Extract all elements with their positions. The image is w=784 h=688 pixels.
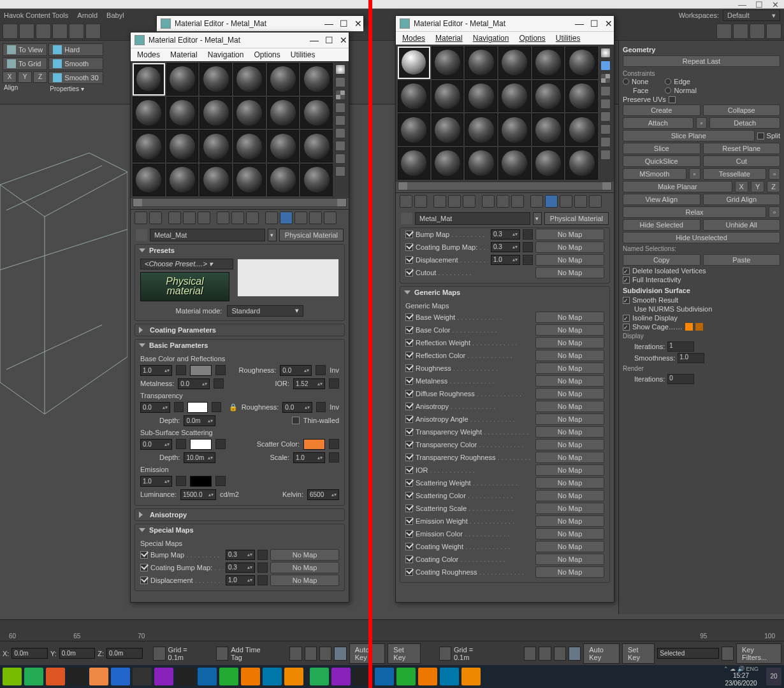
sample-slot[interactable]	[432, 147, 464, 180]
transport-prev-icon[interactable]	[524, 647, 536, 661]
sample-video-icon[interactable]	[335, 115, 345, 125]
sample-options-icon[interactable]	[600, 111, 611, 122]
preset-dropdown[interactable]: <Choose Preset....> ▾	[140, 259, 233, 269]
menu-babyl[interactable]: Babyl	[106, 11, 124, 19]
trans-rough-map[interactable]	[316, 402, 326, 412]
iterations-spinner[interactable]: 1	[667, 341, 694, 352]
scatter-color-map[interactable]	[329, 439, 339, 449]
trans-color-swatch[interactable]	[187, 402, 208, 413]
map-enable-check[interactable]	[140, 551, 148, 559]
make-unique-icon[interactable]	[482, 195, 495, 208]
split-check[interactable]	[757, 133, 764, 140]
map-enable-check[interactable]	[405, 403, 413, 410]
planar-y[interactable]: Y	[751, 181, 764, 192]
auto-key-button[interactable]: Auto Key	[349, 643, 386, 664]
sample-options-icon[interactable]	[335, 128, 345, 138]
map-amount-spinner[interactable]: 0.3▴▾	[226, 550, 255, 560]
transport-prev-icon[interactable]	[289, 647, 301, 661]
map-slot[interactable]	[258, 550, 268, 560]
put-material-icon[interactable]	[149, 211, 162, 224]
attach-button[interactable]: Attach	[623, 117, 693, 129]
maximize-icon[interactable]: ☐	[325, 35, 333, 45]
taskbar-app-icon[interactable]	[284, 668, 303, 685]
close-icon[interactable]: ✕	[340, 35, 347, 45]
constraint-none-radio[interactable]	[623, 78, 629, 85]
msmooth-button[interactable]: MSmooth	[623, 168, 686, 180]
generic-rollout-header[interactable]: Generic Maps	[400, 287, 609, 298]
sample-pick-icon[interactable]	[600, 61, 611, 71]
set-key-button[interactable]: Set Key	[388, 643, 420, 664]
timeline[interactable]: 606570 95100	[0, 619, 784, 641]
sample-slot[interactable]	[267, 63, 300, 96]
sample-settings-icon[interactable]	[600, 150, 611, 160]
material-name-dropdown[interactable]: ▾	[268, 229, 277, 241]
sample-slot[interactable]	[133, 97, 165, 129]
menu-modes[interactable]: Modes	[137, 50, 160, 59]
map-slot[interactable]	[523, 229, 533, 240]
paste-button[interactable]: Paste	[703, 254, 781, 266]
map-button[interactable]: No Map	[535, 503, 604, 514]
dialog-titlebar[interactable]: Material Editor - Metal_Mat — ☐ ✕	[396, 16, 614, 31]
map-enable-check[interactable]	[405, 530, 413, 538]
menu-utilities[interactable]: Utilities	[291, 50, 316, 59]
z-field[interactable]: 0.0m	[106, 648, 143, 659]
map-button[interactable]: No Map	[535, 254, 604, 266]
map-button[interactable]: No Map	[535, 350, 604, 361]
sample-checker-icon[interactable]	[600, 73, 611, 83]
map-button[interactable]: No Map	[535, 267, 604, 278]
minimize-icon[interactable]: —	[310, 35, 319, 45]
emit-color-map[interactable]	[215, 476, 226, 486]
toolbar-icon[interactable]	[3, 24, 18, 39]
map-button[interactable]: No Map	[535, 388, 604, 399]
taskbar-app-icon[interactable]	[310, 668, 329, 685]
toolbar-icon[interactable]	[69, 24, 84, 39]
sample-slot[interactable]	[498, 47, 531, 79]
hide-selected-button[interactable]: Hide Selected	[623, 219, 701, 231]
to-view-button[interactable]: To View	[3, 43, 47, 56]
sample-slot[interactable]	[432, 80, 464, 113]
sample-slot[interactable]	[200, 63, 232, 96]
show-in-viewport-icon[interactable]	[545, 195, 558, 208]
hard-button[interactable]: Hard	[48, 43, 103, 56]
map-enable-check[interactable]	[405, 492, 413, 499]
metalness-spinner[interactable]: 0.0▴▾	[178, 378, 210, 389]
transport-play-icon[interactable]	[305, 647, 317, 661]
sample-slot[interactable]	[233, 130, 266, 162]
isoline-check[interactable]	[623, 315, 630, 322]
assign-icon[interactable]	[433, 195, 446, 208]
special-rollout-header[interactable]: Special Maps	[135, 524, 344, 536]
sample-slot[interactable]	[300, 130, 333, 162]
sample-slot[interactable]	[465, 147, 497, 180]
sample-slot[interactable]	[498, 147, 531, 180]
tessellate-button[interactable]: Tessellate	[703, 168, 767, 180]
taskbar-app-icon[interactable]	[3, 668, 22, 685]
repeat-last-button[interactable]: Repeat Last	[623, 55, 780, 67]
sample-type-icon[interactable]	[600, 124, 611, 134]
kelvin-spinner[interactable]: 6500▴▾	[307, 489, 339, 500]
map-enable-check[interactable]	[405, 256, 413, 264]
ior-map[interactable]	[329, 378, 339, 389]
axis-y-button[interactable]: Y	[18, 71, 32, 83]
taskbar-app-icon[interactable]	[396, 668, 416, 685]
sample-slot[interactable]	[565, 47, 598, 79]
map-amount-spinner[interactable]: 0.3▴▾	[226, 563, 255, 573]
trans-weight-spinner[interactable]: 0.0▴▾	[140, 402, 170, 413]
sample-slot[interactable]	[565, 113, 598, 146]
win-max-icon[interactable]: ☐	[755, 0, 763, 10]
sample-slot[interactable]	[432, 113, 464, 146]
sample-checker-icon[interactable]	[335, 90, 345, 100]
put-material-icon[interactable]	[414, 195, 427, 208]
taskbar-app-icon[interactable]	[263, 668, 282, 685]
maximize-icon[interactable]: ☐	[590, 18, 599, 29]
map-button[interactable]: No Map	[535, 413, 604, 425]
transport-key-icon[interactable]	[334, 647, 346, 661]
map-button[interactable]: No Map	[535, 426, 604, 438]
win-min-icon[interactable]: —	[738, 0, 746, 10]
x-field[interactable]: 0.0m	[11, 648, 48, 659]
taskbar-app-icon[interactable]	[198, 668, 217, 685]
taskbar-app-icon[interactable]	[418, 668, 437, 685]
sample-slot[interactable]	[133, 130, 165, 162]
map-enable-check[interactable]	[140, 577, 148, 584]
toolbar-icon[interactable]	[36, 24, 51, 39]
map-enable-check[interactable]	[140, 564, 148, 571]
